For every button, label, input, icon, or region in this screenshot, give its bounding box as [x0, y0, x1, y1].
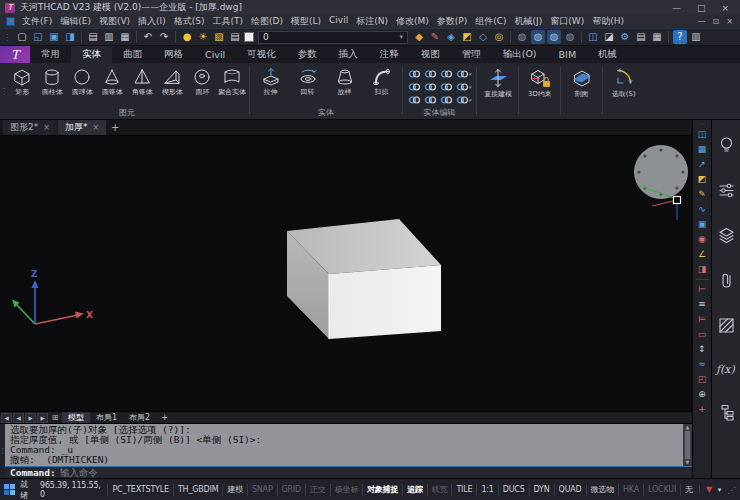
- status-ortho[interactable]: 正交: [305, 484, 330, 496]
- offset-face-icon[interactable]: ▾: [456, 94, 471, 106]
- brightness-icon[interactable]: ☀: [196, 30, 210, 44]
- toolbar-grip[interactable]: ⋮: [3, 33, 11, 42]
- help-icon[interactable]: ?: [673, 30, 687, 44]
- extract-edges-icon[interactable]: [440, 94, 455, 106]
- hatch-icon[interactable]: [717, 316, 736, 335]
- ribbon-item-direct-modeling[interactable]: 直接建模: [479, 66, 516, 100]
- orbit-navigation-sphere[interactable]: [634, 145, 688, 199]
- menu-item[interactable]: 窗口(W): [546, 15, 588, 28]
- menu-item[interactable]: 编辑(E): [56, 15, 95, 28]
- camera-icon[interactable]: ◨: [695, 262, 710, 277]
- sketch-icon[interactable]: ✎: [695, 187, 710, 202]
- status-lineweight[interactable]: 线宽: [427, 484, 452, 496]
- solid-box[interactable]: [287, 219, 441, 339]
- lightbulb-icon[interactable]: [717, 136, 736, 155]
- orbit-free-icon[interactable]: ◍: [515, 30, 529, 44]
- named-views-icon[interactable]: ◫: [695, 127, 710, 142]
- status-dimstyle[interactable]: TH_GBDIM: [173, 484, 222, 496]
- menu-item[interactable]: 绘图(D): [247, 15, 287, 28]
- solid-history-icon[interactable]: ▾: [456, 68, 471, 80]
- menu-item[interactable]: 视图(V): [95, 15, 134, 28]
- ribbon-item-cylinder[interactable]: 圆柱体: [37, 66, 67, 98]
- paperclip-icon[interactable]: [717, 271, 736, 290]
- layer-dropdown[interactable]: 0▾: [258, 31, 408, 44]
- minimize-button[interactable]: —: [672, 3, 681, 13]
- orbit-sphere-icon[interactable]: ◍: [563, 30, 577, 44]
- next-layout-button[interactable]: ▶: [25, 413, 36, 423]
- render-icon[interactable]: ◩: [695, 172, 710, 187]
- menu-item[interactable]: 格式(S): [170, 15, 209, 28]
- ribbon-item-box[interactable]: 矩形: [7, 66, 37, 98]
- menu-item[interactable]: 文件(F): [18, 15, 56, 28]
- dim-stack-icon[interactable]: ≡: [695, 297, 710, 312]
- ribbon-item-revolve[interactable]: 回转: [289, 66, 326, 98]
- ribbon-item-sweep[interactable]: 扫掠: [363, 66, 400, 98]
- intersect-icon[interactable]: [408, 94, 423, 106]
- ribbon-tab[interactable]: 注释: [369, 46, 410, 63]
- ribbon-tab[interactable]: 输出(O): [492, 46, 548, 63]
- status-tile[interactable]: TILE: [451, 484, 476, 496]
- sheet-set-icon[interactable]: ▦: [695, 142, 710, 157]
- drawing-canvas[interactable]: Z X: [0, 136, 692, 411]
- interfere-icon[interactable]: [424, 94, 439, 106]
- ribbon-item-sphere[interactable]: 圆球体: [67, 66, 97, 98]
- first-layout-button[interactable]: ◀: [1, 413, 12, 423]
- new-file-icon[interactable]: ▢: [15, 30, 29, 44]
- close-tab-icon[interactable]: ×: [92, 123, 99, 132]
- ribbon-item-pyramid[interactable]: 角锥体: [127, 66, 157, 98]
- settings-icon[interactable]: ⚙: [618, 30, 632, 44]
- subtract-icon[interactable]: [408, 81, 423, 93]
- ribbon-item-wedge[interactable]: 楔形体: [157, 66, 187, 98]
- bulb-on-icon[interactable]: ●: [180, 30, 194, 44]
- quick-view-icon[interactable]: ⊞: [49, 413, 61, 422]
- status-grid[interactable]: GRID: [277, 484, 305, 496]
- menu-item[interactable]: 帮助(H): [588, 15, 628, 28]
- dim-center-icon[interactable]: ⊕: [695, 387, 710, 402]
- viewport-icon[interactable]: ◫: [586, 30, 600, 44]
- drawing-tab[interactable]: 加厚*×: [58, 120, 106, 135]
- menu-item[interactable]: 工具(T): [209, 15, 248, 28]
- plot-icon[interactable]: ▤: [86, 30, 100, 44]
- paint-bucket-icon[interactable]: ◆: [412, 30, 426, 44]
- menu-item[interactable]: 标注(N): [352, 15, 392, 28]
- selection-filter-icon[interactable]: ▼: [699, 485, 714, 494]
- dim-box-icon[interactable]: ▭: [695, 327, 710, 342]
- layer-translate-icon[interactable]: ▧: [212, 30, 226, 44]
- save-as-icon[interactable]: ◨: [63, 30, 77, 44]
- ribbon-item-section[interactable]: 剖面: [563, 66, 600, 100]
- drawing-tab[interactable]: 图形2*×: [3, 120, 57, 135]
- doc-close-button[interactable]: ×: [726, 17, 733, 26]
- scrollbar-thumb[interactable]: [685, 431, 690, 459]
- thcad-logo[interactable]: T: [0, 46, 30, 63]
- last-layout-button[interactable]: ▶: [37, 413, 48, 423]
- save-icon[interactable]: ▣: [47, 30, 61, 44]
- layers-icon[interactable]: [717, 226, 736, 245]
- menu-item[interactable]: 模型(L): [287, 15, 325, 28]
- menu-item[interactable]: 参数(P): [433, 15, 471, 28]
- layer-tools-icon[interactable]: ◈: [444, 30, 458, 44]
- publish-icon[interactable]: ▦: [118, 30, 132, 44]
- status-hka[interactable]: HKA: [618, 484, 643, 496]
- open-folder-icon[interactable]: ◱: [31, 30, 45, 44]
- ribbon-tab[interactable]: 插入: [328, 46, 369, 63]
- menu-item[interactable]: 组件(C): [471, 15, 510, 28]
- status-cycling[interactable]: 微选物: [586, 484, 618, 496]
- layout-tab[interactable]: 布局2: [123, 412, 156, 424]
- command-input[interactable]: [60, 467, 687, 478]
- layer-isolate-icon[interactable]: ◩: [460, 30, 474, 44]
- ribbon-item-select[interactable]: 选取(S): [605, 66, 642, 100]
- fillet-edge-icon[interactable]: [440, 68, 455, 80]
- ribbon-tab[interactable]: 机械: [587, 46, 628, 63]
- match-properties-icon[interactable]: ✎: [428, 30, 442, 44]
- maximize-button[interactable]: □: [697, 3, 706, 13]
- properties-icon[interactable]: ▤: [634, 30, 648, 44]
- status-snap[interactable]: SNAP: [247, 484, 277, 496]
- undo-icon[interactable]: ↶: [141, 30, 155, 44]
- menu-item[interactable]: 插入(I): [134, 15, 170, 28]
- ribbon-item-cone[interactable]: 圆锥体: [97, 66, 127, 98]
- measure-icon[interactable]: ∠: [695, 247, 710, 262]
- status-osnap[interactable]: 对象捕捉: [362, 484, 402, 496]
- layer-off-icon[interactable]: ◎: [492, 30, 506, 44]
- imprint-icon[interactable]: [424, 81, 439, 93]
- dim-vertical-icon[interactable]: ↕: [695, 342, 710, 357]
